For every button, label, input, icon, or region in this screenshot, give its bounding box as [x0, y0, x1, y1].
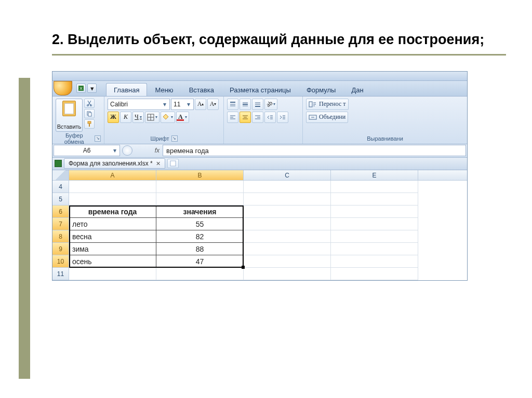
col-header-c[interactable]: C [244, 170, 331, 180]
select-all-corner[interactable] [52, 170, 69, 180]
cell[interactable]: весна [69, 230, 156, 243]
copy-button[interactable] [84, 109, 95, 118]
group-alignment: ab▾ . [224, 97, 303, 144]
tab-data[interactable]: Дан [343, 83, 371, 96]
cell[interactable]: осень [69, 255, 156, 268]
paste-button[interactable]: Вставить [56, 99, 83, 132]
cell[interactable] [244, 268, 331, 280]
merge-button[interactable]: Объедини [306, 112, 348, 123]
cell[interactable]: 47 [156, 255, 244, 268]
row-header[interactable]: 4 [52, 181, 69, 193]
row-header[interactable]: 5 [52, 193, 69, 205]
cell[interactable] [69, 268, 156, 280]
paste-icon [62, 101, 76, 116]
font-size-combo[interactable]: 11 ▾ [171, 99, 194, 110]
worksheet[interactable]: A B C E 4 5 6 времена года значения 7 ле… [52, 170, 467, 280]
cell[interactable] [331, 230, 418, 243]
bold-button[interactable]: Ж [108, 112, 119, 123]
cell[interactable]: 55 [156, 218, 244, 230]
row-header[interactable]: 11 [52, 268, 69, 280]
cell[interactable] [244, 181, 331, 193]
cell[interactable] [244, 243, 331, 255]
name-box[interactable]: A6 ▾ [54, 145, 120, 156]
col-header-e[interactable]: E [331, 170, 418, 180]
font-color-button[interactable]: A ▾ [176, 112, 189, 123]
cell[interactable] [69, 193, 156, 205]
formula-cancel-button[interactable] [122, 145, 132, 156]
row-header[interactable]: 7 [52, 218, 69, 230]
cell[interactable] [244, 218, 331, 230]
group-font: Calibri ▾ 11 ▾ A▴ A▾ Ж К Ч▾ [104, 97, 224, 144]
decrease-indent-button[interactable] [264, 112, 276, 123]
col-header-a[interactable]: A [69, 170, 156, 180]
cell[interactable]: времена года [69, 205, 156, 218]
fx-icon[interactable]: fx [155, 147, 159, 154]
cell[interactable] [331, 243, 418, 255]
align-left-button[interactable] [227, 112, 238, 123]
cell[interactable] [244, 205, 331, 218]
align-top-button[interactable] [227, 99, 238, 110]
font-launcher[interactable]: ↘ [171, 135, 178, 142]
merge-label: Объедини [319, 113, 345, 121]
align-bottom-button[interactable] [252, 99, 263, 110]
cell[interactable]: значения [156, 205, 244, 218]
qat-dropdown[interactable]: ▾ [87, 84, 97, 93]
formula-input[interactable]: времена года [163, 145, 466, 156]
decrease-font-button[interactable]: A▾ [207, 99, 219, 110]
svg-text:X: X [79, 86, 83, 91]
increase-font-button[interactable]: A▴ [195, 99, 206, 110]
cell[interactable] [331, 268, 418, 280]
cell[interactable] [244, 255, 331, 268]
row-header[interactable]: 6 [52, 205, 69, 218]
align-right-button[interactable] [252, 112, 263, 123]
close-icon[interactable]: ✕ [156, 160, 161, 167]
office-button[interactable] [54, 81, 72, 95]
cell[interactable] [331, 218, 418, 230]
cell[interactable] [69, 181, 156, 193]
wrap-text-button[interactable]: Перенос т [306, 99, 349, 110]
increase-indent-button[interactable] [277, 112, 288, 123]
fill-color-button[interactable]: ▾ [161, 112, 175, 123]
borders-button[interactable]: ▾ [145, 112, 159, 123]
cell[interactable] [156, 193, 244, 205]
cell[interactable] [244, 193, 331, 205]
new-sheet-button[interactable] [167, 159, 179, 168]
tab-home[interactable]: Главная [106, 83, 147, 96]
cell[interactable]: 82 [156, 230, 244, 243]
tab-page-layout[interactable]: Разметка страницы [222, 83, 299, 96]
cell[interactable] [331, 205, 418, 218]
excel-icon: X [76, 84, 86, 93]
group-wrap-merge: Перенос т Объедини Выравнивани [303, 97, 467, 144]
workbook-tab[interactable]: Форма для заполнения.xlsx * ✕ [64, 158, 165, 169]
cell[interactable]: лето [69, 218, 156, 230]
col-header-b[interactable]: B [156, 170, 244, 180]
row-header[interactable]: 10 [52, 255, 69, 268]
cell[interactable] [331, 193, 418, 205]
cell[interactable] [244, 230, 331, 243]
tab-insert[interactable]: Вставка [181, 83, 222, 96]
xlsx-icon [55, 160, 62, 167]
cell[interactable] [331, 181, 418, 193]
font-family-combo[interactable]: Calibri ▾ [108, 99, 170, 110]
row-header[interactable]: 9 [52, 243, 69, 255]
chevron-down-icon: ▾ [111, 147, 118, 154]
tab-menu[interactable]: Меню [147, 83, 181, 96]
align-middle-button[interactable] [240, 99, 251, 110]
cell[interactable] [331, 255, 418, 268]
cell[interactable]: 88 [156, 243, 244, 255]
cut-button[interactable] [84, 99, 95, 108]
orientation-button[interactable]: ab▾ [264, 99, 277, 110]
underline-button[interactable]: Ч▾ [132, 112, 144, 123]
font-family-value: Calibri [110, 101, 128, 108]
align-center-button[interactable] [240, 112, 251, 123]
clipboard-launcher[interactable]: ↘ [95, 135, 101, 142]
cell[interactable] [156, 268, 244, 280]
row-header[interactable]: 8 [52, 230, 69, 243]
name-box-value: A6 [83, 147, 91, 154]
clipboard-group-label: Буфер обмена [56, 132, 92, 145]
cell[interactable] [156, 181, 244, 193]
format-painter-button[interactable] [84, 119, 95, 129]
italic-button[interactable]: К [120, 112, 131, 123]
tab-formulas[interactable]: Формулы [299, 83, 344, 96]
cell[interactable]: зима [69, 243, 156, 255]
